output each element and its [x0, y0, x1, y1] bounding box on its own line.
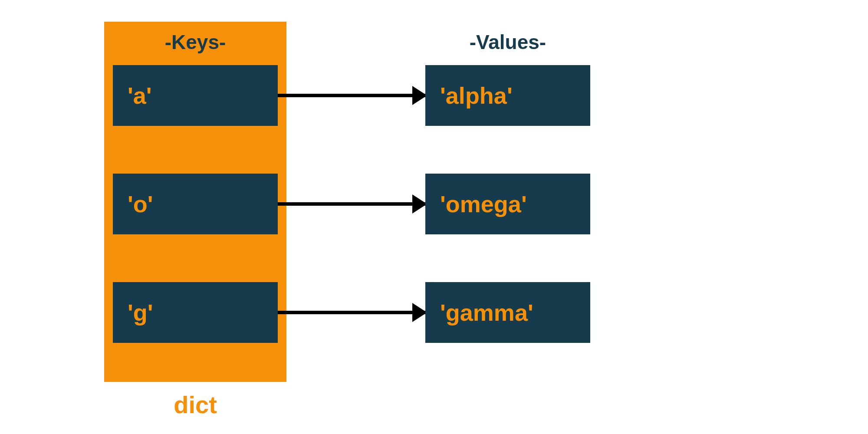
values-header: -Values-	[421, 30, 595, 54]
diagram-stage: -Keys- -Values- 'a' 'alpha' 'o' 'omega' …	[0, 0, 868, 434]
key-cell-2: 'g'	[113, 282, 278, 343]
key-cell-1: 'o'	[113, 174, 278, 234]
key-cell-0: 'a'	[113, 65, 278, 126]
arrow-icon	[278, 94, 425, 97]
value-cell-0: 'alpha'	[425, 65, 590, 126]
keys-header: -Keys-	[108, 30, 282, 54]
arrow-icon	[278, 202, 425, 206]
value-cell-1: 'omega'	[425, 174, 590, 234]
value-cell-2: 'gamma'	[425, 282, 590, 343]
arrow-icon	[278, 311, 425, 314]
dict-label: dict	[104, 391, 286, 419]
